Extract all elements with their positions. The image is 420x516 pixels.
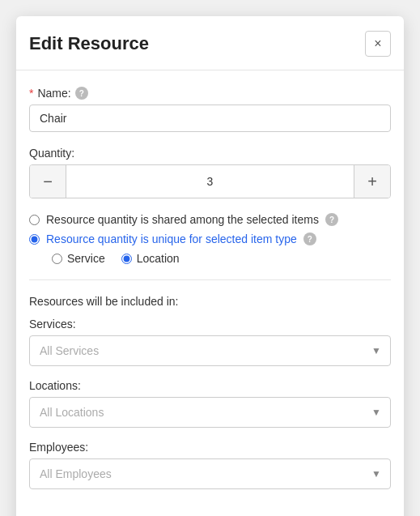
quantity-control: − 3 + [29, 164, 391, 198]
required-star: * [29, 87, 33, 100]
included-section: Resources will be included in: Services:… [29, 295, 391, 489]
unique-help-icon[interactable]: ? [303, 232, 316, 245]
employees-select-wrapper: All Employees ▼ [29, 458, 391, 489]
quantity-label-text: Quantity: [29, 147, 74, 160]
modal-body: * Name: ? Quantity: − 3 + Resource quant… [16, 70, 404, 516]
location-sub-radio-item: Location [121, 252, 180, 265]
location-radio-label: Location [137, 252, 180, 265]
employees-label: Employees: [29, 441, 391, 454]
name-help-icon[interactable]: ? [75, 87, 88, 100]
modal-title: Edit Resource [29, 33, 149, 54]
radio-group: Resource quantity is shared among the se… [29, 213, 391, 265]
unique-radio-label: Resource quantity is unique for selected… [46, 232, 297, 245]
shared-radio-item: Resource quantity is shared among the se… [29, 213, 391, 226]
sub-radio-group: Service Location [52, 252, 391, 265]
decrement-button[interactable]: − [30, 165, 66, 198]
service-radio[interactable] [52, 254, 62, 264]
employees-select[interactable]: All Employees [29, 458, 391, 489]
unique-radio[interactable] [29, 234, 40, 245]
service-sub-radio-item: Service [52, 252, 105, 265]
locations-label: Locations: [29, 379, 391, 392]
close-button[interactable]: × [365, 31, 391, 57]
services-select-wrapper: All Services ▼ [29, 335, 391, 366]
divider [29, 279, 391, 280]
name-label-text: Name: [37, 87, 70, 100]
location-radio[interactable] [121, 254, 132, 264]
name-field-group: * Name: ? [29, 87, 391, 132]
shared-help-icon[interactable]: ? [325, 213, 338, 226]
shared-radio-label: Resource quantity is shared among the se… [46, 213, 319, 226]
service-radio-label: Service [67, 252, 105, 265]
services-select[interactable]: All Services [29, 335, 391, 366]
included-title: Resources will be included in: [29, 295, 391, 308]
unique-radio-item: Resource quantity is unique for selected… [29, 232, 391, 245]
services-label: Services: [29, 318, 391, 330]
modal-header: Edit Resource × [16, 16, 404, 70]
locations-select-group: Locations: All Locations ▼ [29, 379, 391, 428]
quantity-field-group: Quantity: − 3 + [29, 147, 391, 198]
shared-radio[interactable] [29, 215, 40, 225]
employees-select-group: Employees: All Employees ▼ [29, 441, 391, 489]
name-input[interactable] [29, 104, 391, 132]
quantity-value: 3 [66, 165, 354, 198]
increment-button[interactable]: + [354, 165, 390, 198]
edit-resource-modal: Edit Resource × * Name: ? Quantity: − 3 … [16, 16, 404, 516]
locations-select-wrapper: All Locations ▼ [29, 397, 391, 428]
services-select-group: Services: All Services ▼ [29, 318, 391, 366]
name-label: * Name: ? [29, 87, 391, 100]
quantity-label: Quantity: [29, 147, 391, 160]
locations-select[interactable]: All Locations [29, 397, 391, 428]
